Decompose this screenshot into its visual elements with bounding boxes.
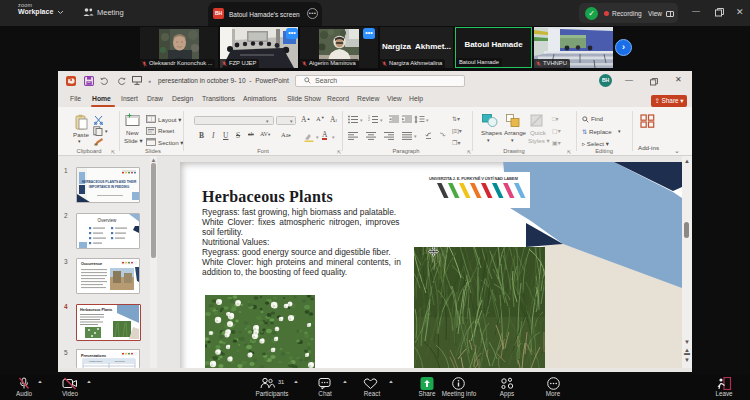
- svg-text:Herbaceous Plants: Herbaceous Plants: [80, 308, 112, 312]
- svg-text:Occurrence: Occurrence: [81, 262, 102, 266]
- svg-text:HERBACEOUS PLANTS AND THEIR: HERBACEOUS PLANTS AND THEIR: [82, 180, 137, 184]
- svg-text:Determine: Determine: [115, 360, 126, 362]
- svg-text:Overview: Overview: [98, 218, 118, 223]
- svg-text:Presentations: Presentations: [81, 354, 106, 358]
- svg-text:Grass/legume: Grass/legume: [89, 360, 103, 362]
- svg-text:IMPORTANCE IN FEEDING: IMPORTANCE IN FEEDING: [89, 185, 130, 189]
- svg-text:2: 2: [368, 118, 370, 122]
